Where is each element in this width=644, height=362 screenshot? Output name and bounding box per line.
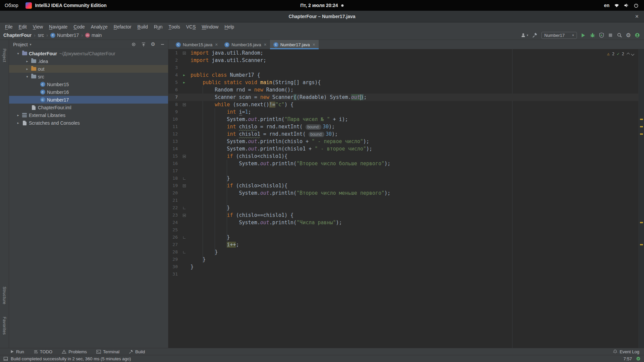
- code-line-20[interactable]: 20 System.out.println("Второе число мень…: [168, 189, 644, 197]
- search-everywhere-icon[interactable]: [617, 33, 622, 38]
- tree-expand-icon[interactable]: ▸: [15, 121, 21, 125]
- window-title-bar[interactable]: ChapterFour – Number17.java ×: [0, 11, 644, 22]
- project-view-selector[interactable]: Project ▾: [13, 42, 32, 47]
- gutter-icon-slot[interactable]: [180, 155, 189, 158]
- fold-icon[interactable]: [183, 103, 186, 106]
- menu-item-run[interactable]: Run: [151, 22, 166, 31]
- run-configuration-select[interactable]: Number17 ▾: [541, 32, 577, 39]
- gutter-icon-slot[interactable]: [180, 251, 189, 253]
- gutter-icon-slot[interactable]: [180, 52, 189, 55]
- code-line-21[interactable]: 21: [168, 197, 644, 204]
- tree-item-scratches-and-consoles[interactable]: ▸Scratches and Consoles: [9, 119, 168, 127]
- code-line-12[interactable]: 12 int chislo1 = rnd.nextInt( bound:30);: [168, 130, 644, 138]
- locate-file-icon[interactable]: [131, 42, 136, 47]
- menu-item-vcs[interactable]: VCS: [183, 22, 199, 31]
- tab-number15-java[interactable]: CNumber15.java×: [172, 40, 221, 49]
- code-line-6[interactable]: 6 Random rnd = new Random();: [168, 86, 644, 94]
- menu-item-file[interactable]: File: [2, 22, 16, 31]
- status-message[interactable]: Build completed successfully in 2 sec, 3…: [11, 356, 131, 361]
- code-with-me-icon[interactable]: [635, 33, 640, 38]
- gutter-icon-slot[interactable]: [180, 177, 189, 180]
- code-line-24[interactable]: 24 System.out.println("Числа равны");: [168, 219, 644, 226]
- code-line-13[interactable]: 13 System.out.println(chislo + " - перво…: [168, 138, 644, 145]
- caret-position-indicator[interactable]: 7:57: [624, 356, 632, 361]
- code-line-8[interactable]: 8 while (scan.next()!="c") {: [168, 101, 644, 108]
- tree-item-number15[interactable]: CNumber15: [9, 80, 168, 88]
- coverage-button[interactable]: [599, 33, 604, 38]
- warning-stripe-mark[interactable]: [640, 126, 643, 127]
- tree-item-chapterfour-iml[interactable]: ChapterFour.iml: [9, 104, 168, 111]
- run-button[interactable]: [581, 33, 586, 38]
- fold-icon[interactable]: [183, 155, 186, 158]
- window-close-button[interactable]: ×: [635, 11, 639, 22]
- menu-item-help[interactable]: Help: [221, 22, 237, 31]
- code-line-27[interactable]: 27 i++;: [168, 241, 644, 248]
- warning-stripe-mark[interactable]: [640, 119, 643, 120]
- fold-icon[interactable]: [183, 214, 186, 217]
- fold-end-icon[interactable]: [183, 177, 185, 180]
- next-problem-button[interactable]: [631, 52, 634, 56]
- code-line-29[interactable]: 29 }: [168, 256, 644, 263]
- gutter-icon-slot[interactable]: ▶: [180, 79, 189, 86]
- fold-end-icon[interactable]: [183, 236, 185, 239]
- editor[interactable]: 1import java.util.Random;2import java.ut…: [168, 49, 644, 348]
- toolwindow-button-todo[interactable]: TODO: [34, 349, 52, 354]
- code-line-18[interactable]: 18 }: [168, 175, 644, 182]
- tree-item-number16[interactable]: CNumber16: [9, 88, 168, 96]
- warning-stripe-mark[interactable]: [640, 244, 643, 245]
- code-line-5[interactable]: 5▶ public static void main(String[] args…: [168, 79, 644, 86]
- profile-button[interactable]: ▾: [521, 33, 528, 38]
- tree-expand-icon[interactable]: ▸: [24, 67, 30, 71]
- keyboard-layout-indicator[interactable]: en: [604, 3, 609, 8]
- stop-button[interactable]: [608, 33, 613, 38]
- fold-icon[interactable]: [183, 52, 186, 55]
- toolwindow-button-terminal[interactable]: Terminal: [96, 349, 119, 354]
- code-line-19[interactable]: 19 if (chislo>chislo1){: [168, 182, 644, 189]
- code-line-22[interactable]: 22 }: [168, 204, 644, 212]
- toolwindow-button-build[interactable]: Build: [129, 349, 145, 354]
- code-line-16[interactable]: 16 System.out.println("Второе число боль…: [168, 160, 644, 167]
- code-line-26[interactable]: 26 }: [168, 234, 644, 241]
- run-line-icon[interactable]: ▶: [183, 71, 185, 79]
- tree-expand-icon[interactable]: ▸: [24, 59, 30, 63]
- tree-item-idea[interactable]: ▸.idea: [9, 57, 168, 65]
- tool-stripe-structure-button[interactable]: Structure: [2, 287, 7, 304]
- panel-settings-gear-icon[interactable]: ⚙: [151, 42, 155, 47]
- menu-item-code[interactable]: Code: [70, 22, 88, 31]
- system-tray[interactable]: en: [604, 3, 644, 8]
- code-line-23[interactable]: 23 if (chislo==chislo1) {: [168, 212, 644, 219]
- fold-end-icon[interactable]: [183, 207, 185, 209]
- code-line-7[interactable]: 7 Scanner scan = new Scanner((Readable) …: [168, 94, 644, 101]
- tree-item-number17[interactable]: CNumber17: [9, 96, 168, 104]
- menu-item-refactor[interactable]: Refactor: [111, 22, 135, 31]
- menu-item-analyze[interactable]: Analyze: [88, 22, 111, 31]
- code-line-4[interactable]: 4▶public class Number17 {: [168, 71, 644, 79]
- tab-number17-java[interactable]: CNumber17.java×: [270, 40, 319, 49]
- tree-item-external-libraries[interactable]: ▸External Libraries: [9, 111, 168, 119]
- menu-item-edit[interactable]: Edit: [16, 22, 30, 31]
- code-line-30[interactable]: 30}: [168, 263, 644, 270]
- collapse-all-icon[interactable]: [141, 42, 146, 47]
- gutter-icon-slot[interactable]: [180, 103, 189, 106]
- gutter-icon-slot[interactable]: [180, 207, 189, 209]
- gutter-icon-slot[interactable]: [180, 184, 189, 187]
- activities-button[interactable]: Обзор: [5, 3, 18, 8]
- gutter-icon-slot[interactable]: [180, 236, 189, 239]
- tree-item-src[interactable]: ▾src: [9, 73, 168, 80]
- debug-button[interactable]: [590, 33, 595, 38]
- hide-panel-icon[interactable]: [160, 42, 165, 47]
- tree-expand-icon[interactable]: ▾: [15, 52, 21, 55]
- tool-stripe-favorites-button[interactable]: Favorites: [2, 317, 7, 335]
- toolwindow-toggle-icon[interactable]: [3, 357, 8, 361]
- warning-stripe-mark[interactable]: [640, 222, 643, 223]
- gutter-icon-slot[interactable]: [180, 214, 189, 217]
- toolwindow-button-run[interactable]: Run: [10, 349, 24, 354]
- code-line-14[interactable]: 14 System.out.println(chislo1 + " - втор…: [168, 145, 644, 153]
- tool-stripe-project-button[interactable]: Project: [2, 49, 7, 62]
- menu-item-build[interactable]: Build: [135, 22, 151, 31]
- event-log-button[interactable]: Event Log: [613, 349, 639, 354]
- toolwindow-button-problems[interactable]: Problems: [62, 349, 87, 354]
- menu-item-tools[interactable]: Tools: [165, 22, 183, 31]
- breadcrumb-item-src[interactable]: src: [38, 33, 44, 38]
- tab-close-icon[interactable]: ×: [264, 42, 267, 47]
